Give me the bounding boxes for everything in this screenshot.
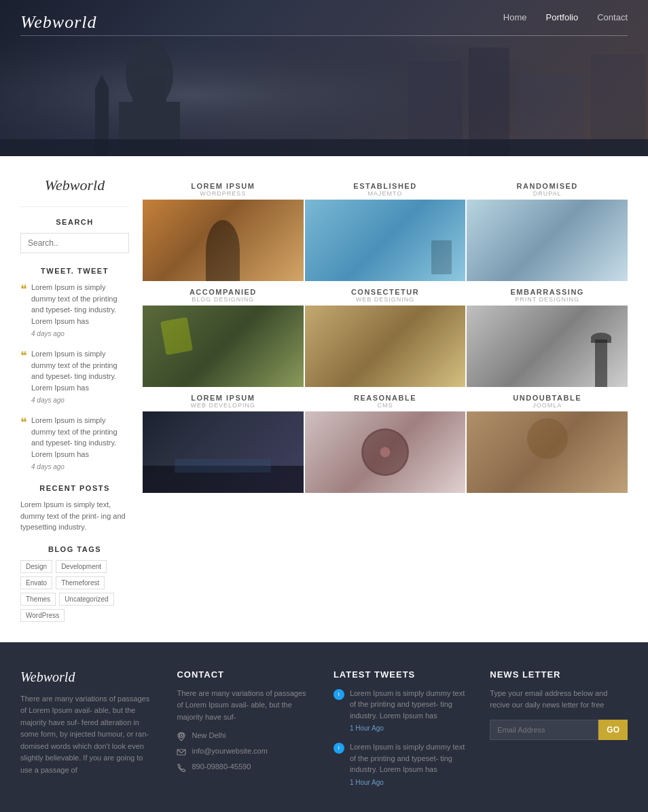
- footer-tweets-col: LATEST TWEETS t Lorem Ipsum is simply du…: [334, 669, 469, 796]
- footer-contact-title: CONTACT: [177, 669, 312, 680]
- nav-contact[interactable]: Contact: [597, 12, 628, 22]
- portfolio-item-1-title: LOREM IPSUM: [145, 182, 301, 190]
- portfolio-item-1-subtitle: WORDPRESS: [145, 190, 301, 197]
- sidebar-logo: Webworld: [20, 177, 129, 194]
- portfolio-item-3-title: RANDOMISED: [469, 182, 625, 190]
- tag-themes[interactable]: Themes: [20, 593, 56, 606]
- footer-address-item: New Delhi: [177, 731, 312, 741]
- location-icon: [177, 732, 186, 741]
- email-icon: [177, 748, 186, 757]
- tweet-content-1: Lorem Ipsum is simply dummy text of the …: [31, 282, 129, 339]
- tweet-content-3: Lorem Ipsum is simply dummy text of the …: [31, 415, 129, 472]
- search-input[interactable]: [20, 233, 129, 253]
- footer-contact-desc: There are many variations of passages of…: [177, 688, 312, 724]
- portfolio-item-9[interactable]: UNDOUBTABLE JOOMLA: [467, 388, 628, 493]
- footer-tweet-1: t Lorem Ipsum is simply dummy text of th…: [334, 688, 469, 734]
- footer-phone-item: 890-09880-45590: [177, 762, 312, 773]
- sidebar-divider-1: [20, 206, 129, 207]
- twitter-bird-icon-1: t: [334, 689, 344, 700]
- portfolio-item-6-header: EMBARRASSING PRINT DESIGNING: [467, 282, 628, 306]
- tweet-time-2: 4 days ago: [31, 395, 129, 405]
- footer-about-col: Webworld There are many variations of pa…: [20, 669, 156, 796]
- portfolio-item-4-subtitle: BLOG DESIGNING: [145, 296, 301, 303]
- tweet-time-3: 4 days ago: [31, 462, 129, 472]
- tweet-time-1: 4 days ago: [31, 329, 129, 339]
- footer-logo: Webworld: [20, 669, 156, 685]
- footer-description: There are many variations of passages of…: [20, 693, 156, 777]
- footer-email: info@yourwebsite.com: [192, 747, 267, 755]
- footer-newsletter-desc: Type your email address below and recive…: [490, 688, 628, 712]
- tag-envato[interactable]: Envato: [20, 576, 52, 589]
- recent-post-text: Lorem Ipsum is simply text, dummy text o…: [20, 499, 129, 533]
- portfolio-item-4-title: ACCOMPANIED: [145, 288, 301, 296]
- portfolio-item-7[interactable]: LOREM IPSUM WEB DEVELOPING: [143, 388, 304, 493]
- portfolio-item-1-header: LOREM IPSUM WORDPRESS: [143, 177, 304, 200]
- nav-portfolio[interactable]: Portfolio: [545, 12, 578, 22]
- newsletter-form: GO: [490, 720, 628, 740]
- portfolio-item-3-subtitle: DRUPAL: [469, 190, 625, 197]
- portfolio-item-9-subtitle: JOOMLA: [469, 402, 625, 409]
- newsletter-submit-button[interactable]: GO: [598, 720, 628, 740]
- recent-posts-section: RECENT POSTS Lorem Ipsum is simply text,…: [20, 484, 129, 533]
- footer-address: New Delhi: [192, 731, 226, 739]
- portfolio-item-9-title: UNDOUBTABLE: [469, 394, 625, 402]
- newsletter-email-input[interactable]: [490, 720, 598, 740]
- main-nav: Home Portfolio Contact: [503, 12, 628, 22]
- portfolio-item-7-subtitle: WEB DEVELOPING: [145, 402, 301, 409]
- footer-tweet-2-time: 1 Hour Ago: [350, 777, 469, 788]
- footer-tweet-2: t Lorem Ipsum is simply dummy text of th…: [334, 741, 469, 788]
- portfolio-item-5-header: CONSECTETUR WEB DESIGNING: [305, 282, 466, 306]
- tag-development[interactable]: Development: [56, 560, 107, 573]
- main-content: Webworld SEARCH TWEET. TWEET ❝ Lorem Ips…: [0, 156, 648, 642]
- portfolio-item-8-header: REASONABLE CMS: [305, 388, 466, 411]
- portfolio-item-9-header: UNDOUBTABLE JOOMLA: [467, 388, 628, 411]
- portfolio-item-2-title: ESTABLISHED: [308, 182, 463, 190]
- portfolio-item-6[interactable]: EMBARRASSING PRINT DESIGNING: [467, 282, 628, 387]
- svg-rect-10: [0, 139, 648, 156]
- tag-design[interactable]: Design: [20, 560, 52, 573]
- portfolio-item-5-subtitle: WEB DESIGNING: [308, 296, 463, 303]
- tag-themeforest[interactable]: Themeforest: [56, 576, 105, 589]
- portfolio-item-4[interactable]: ACCOMPANIED BLOG DESIGNING: [143, 282, 304, 387]
- tag-uncategorized[interactable]: Uncategorized: [59, 593, 113, 606]
- header-silhouette: [0, 34, 648, 156]
- tweet-quote-icon-1: ❝: [20, 283, 27, 339]
- footer-phone: 890-09880-45590: [192, 762, 251, 771]
- footer-contact-col: CONTACT There are many variations of pas…: [177, 669, 312, 796]
- footer-newsletter-col: NEWS LETTER Type your email address belo…: [490, 669, 628, 796]
- tweet-section-title: TWEET. TWEET: [20, 267, 129, 275]
- twitter-bird-icon-2: t: [334, 743, 344, 754]
- site-header: Webworld Home Portfolio Contact: [0, 0, 648, 156]
- portfolio-item-8[interactable]: REASONABLE CMS: [305, 388, 466, 493]
- portfolio-item-5-title: CONSECTETUR: [308, 288, 463, 296]
- portfolio-item-1[interactable]: LOREM IPSUM WORDPRESS: [143, 177, 304, 281]
- footer-tweet-1-time: 1 Hour Ago: [350, 723, 469, 733]
- portfolio-img-3: [467, 200, 628, 281]
- nav-home[interactable]: Home: [503, 12, 527, 22]
- footer-tweets-title: LATEST TWEETS: [334, 669, 469, 680]
- footer-newsletter-title: NEWS LETTER: [490, 669, 628, 680]
- portfolio-grid: LOREM IPSUM WORDPRESS ESTABLISHED MAJEMT…: [143, 177, 628, 493]
- header-logo: Webworld: [20, 12, 97, 32]
- portfolio-img-4: [143, 306, 304, 387]
- portfolio-item-2[interactable]: ESTABLISHED MAJEMTO: [305, 177, 466, 281]
- footer-grid: Webworld There are many variations of pa…: [20, 669, 628, 796]
- tweet-item-3: ❝ Lorem Ipsum is simply dummy text of th…: [20, 415, 129, 472]
- portfolio-img-6: [467, 306, 628, 387]
- portfolio-img-9: [467, 411, 628, 493]
- portfolio-img-1: [143, 200, 304, 281]
- portfolio-img-8: [305, 411, 466, 493]
- portfolio-item-6-title: EMBARRASSING: [469, 288, 625, 296]
- portfolio-item-5[interactable]: CONSECTETUR WEB DESIGNING: [305, 282, 466, 387]
- footer-email-item: info@yourwebsite.com: [177, 747, 312, 757]
- portfolio-item-3[interactable]: RANDOMISED DRUPAL: [467, 177, 628, 281]
- blog-tags-title: BLOG TAGS: [20, 545, 129, 553]
- search-label: SEARCH: [20, 218, 129, 226]
- tweet-item-1: ❝ Lorem Ipsum is simply dummy text of th…: [20, 282, 129, 339]
- portfolio-item-6-subtitle: PRINT DESIGNING: [469, 296, 625, 303]
- portfolio-item-7-title: LOREM IPSUM: [145, 394, 301, 402]
- phone-icon: [177, 763, 186, 773]
- portfolio-item-3-header: RANDOMISED DRUPAL: [467, 177, 628, 200]
- svg-point-12: [181, 735, 182, 736]
- tag-wordpress[interactable]: WordPress: [20, 609, 65, 622]
